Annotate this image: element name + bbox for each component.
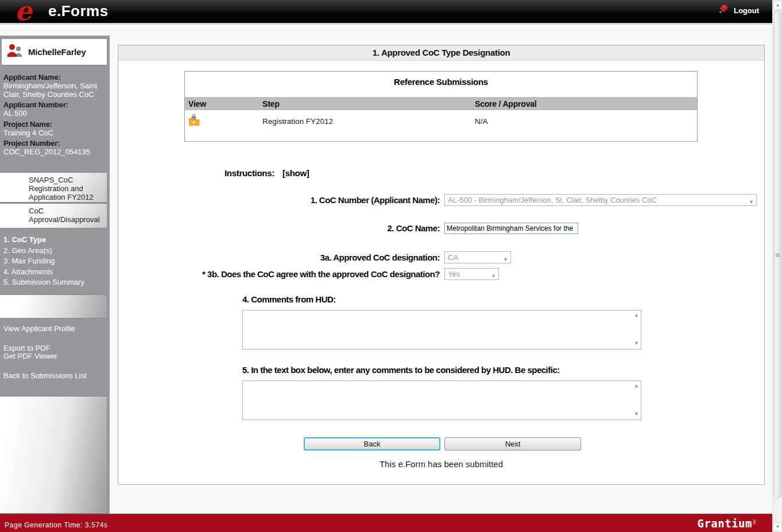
column-header-view: View (185, 99, 262, 108)
project-number-label: Project Number: (3, 138, 106, 148)
coc-number-select[interactable]: AL-500 - Birmingham/Jefferson, St. Clair… (444, 194, 757, 206)
instructions-label: Instructions: (224, 168, 274, 178)
grantium-logo: Grantium inc (697, 517, 756, 530)
sidebar: MichelleFarley Applicant Name: Birmingha… (0, 36, 110, 514)
scrollbar-thumb[interactable] (774, 10, 781, 498)
coc-agree-select[interactable]: Yes ▼ (444, 268, 499, 280)
applicant-name-label: Applicant Name: (3, 72, 106, 82)
sidebar-tab-approval[interactable]: CoC Approval/Disapproval (0, 203, 107, 228)
column-header-score-approval: Score / Approval (475, 99, 697, 108)
user-box: MichelleFarley (2, 39, 107, 65)
grantium-logo-suffix: inc (752, 519, 756, 525)
coc-agree-label: * 3b. Does the CoC agree with the approv… (118, 268, 440, 280)
scrollbar-down-icon[interactable]: ▼ (773, 522, 782, 531)
logout-button[interactable]: Logout (717, 4, 759, 17)
table-row: Registration FY2012 N/A (185, 110, 697, 141)
sidebar-tab-registration[interactable]: SNAPS_CoC Registration and Application F… (0, 172, 107, 203)
instructions-show-toggle[interactable]: [show] (282, 168, 309, 178)
nav-item-submission-summary[interactable]: 5. Submission Summary (3, 277, 107, 288)
hud-comments-textarea[interactable] (242, 310, 641, 350)
coc-name-label: 2. CoC Name: (118, 222, 440, 234)
approved-designation-label: 3a. Approved CoC designation: (118, 251, 440, 263)
hud-comments-label: 4. Comments from HUD: (242, 294, 336, 304)
applicant-number-label: Applicant Number: (3, 100, 106, 110)
next-button[interactable]: Next (444, 437, 581, 451)
project-name-value: Training 4 CoC (3, 129, 106, 139)
score-cell: N/A (475, 110, 697, 141)
sidebar-divider-bar (0, 294, 107, 319)
chevron-down-icon: ▼ (491, 271, 496, 282)
app-title: e.Forms (48, 2, 109, 20)
applicant-number-value: AL 500 (3, 110, 106, 119)
reference-table-header: View Step Score / Approval (185, 97, 697, 110)
sidebar-bottom-panel (0, 396, 107, 513)
coc-number-label: 1. CoC Number (Applicant Name): (118, 194, 440, 206)
username: MichelleFarley (28, 47, 86, 57)
status-message: This e.Form has been submitted (118, 459, 764, 469)
user-comments-textarea[interactable] (242, 380, 641, 420)
instructions-row: Instructions:[show] (224, 168, 309, 178)
eforms-logo-icon: e (15, 0, 32, 26)
reference-submissions-table: Reference Submissions View Step Score / … (184, 71, 698, 142)
nav-item-geo-areas[interactable]: 2. Geo Area(s) (3, 246, 107, 257)
user-icon (6, 44, 24, 61)
app-footer: Page Generation Time: 3.574s Grantium in… (0, 514, 772, 532)
coc-agree-selected-value: Yes (448, 270, 460, 278)
project-name-label: Project Name: (3, 119, 106, 129)
key-icon (717, 4, 729, 17)
project-number-value: COC_REG_2012_054135 (3, 148, 106, 158)
nav-item-max-funding[interactable]: 3. Max Funding (3, 256, 107, 267)
export-to-pdf-link[interactable]: Export to PDF (3, 344, 51, 352)
applicant-name-value: Birmingham/Jefferson, Saint Clair, Shelb… (3, 82, 106, 100)
coc-name-input[interactable] (444, 223, 578, 234)
nav-item-attachments[interactable]: 4. Attachments (3, 267, 107, 278)
user-comments-label: 5. In the text box below, enter any comm… (242, 365, 560, 375)
get-pdf-viewer-link[interactable]: Get PDF Viewer (3, 352, 57, 360)
user-comments-field: ▲ ▼ (242, 380, 641, 420)
back-to-submissions-list-link[interactable]: Back to Submissions List (3, 371, 87, 380)
form-step-nav: 1. CoC Type 2. Geo Area(s) 3. Max Fundin… (3, 235, 107, 288)
approved-designation-selected-value: CA (448, 253, 458, 262)
hud-comments-field: ▲ ▼ (242, 310, 641, 350)
grantium-logo-text: Grantium (697, 517, 752, 530)
view-applicant-profile-link[interactable]: View Applicant Profile (3, 324, 75, 333)
page-generation-time: Page Generation Time: 3.574s (5, 521, 108, 529)
reference-submissions-title: Reference Submissions (185, 72, 697, 97)
chevron-down-icon: ▼ (503, 254, 508, 265)
page-scrollbar[interactable]: ▲ ▼ (772, 0, 782, 532)
coc-number-selected-value: AL-500 - Birmingham/Jefferson, St. Clair… (448, 196, 657, 204)
approved-designation-select[interactable]: CA ▼ (444, 251, 511, 263)
logout-label: Logout (734, 6, 759, 15)
back-button[interactable]: Back (304, 437, 440, 451)
app-header: e e.Forms Logout (0, 0, 782, 25)
page-title: 1. Approved CoC Type Designation (118, 45, 764, 61)
applicant-info: Applicant Name: Birmingham/Jefferson, Sa… (3, 72, 106, 158)
column-header-step: Step (262, 99, 475, 108)
scrollbar-up-icon[interactable]: ▲ (773, 1, 782, 10)
form-panel: 1. Approved CoC Type Designation Referen… (118, 45, 765, 485)
step-cell: Registration FY2012 (262, 110, 475, 141)
chevron-down-icon: ▼ (749, 197, 754, 208)
nav-item-coc-type[interactable]: 1. CoC Type (3, 235, 107, 246)
scrollbar-grip (776, 254, 780, 257)
folder-lock-icon[interactable] (188, 120, 201, 129)
